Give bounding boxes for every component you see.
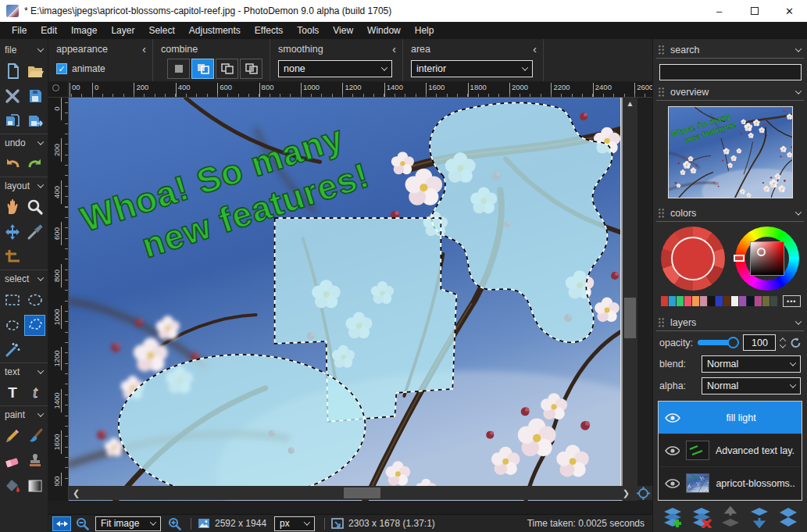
opacity-slider-thumb[interactable]	[727, 337, 739, 348]
color-swatch[interactable]	[716, 296, 723, 306]
area-dropdown[interactable]: interior	[411, 60, 533, 77]
eraser-tool[interactable]	[2, 451, 23, 472]
merge-layers-button[interactable]	[776, 505, 801, 529]
hue-wheel[interactable]	[735, 227, 799, 291]
combine-intersect-button[interactable]	[240, 59, 262, 79]
magic-wand-tool[interactable]	[2, 340, 23, 361]
color-swatch[interactable]	[669, 296, 676, 306]
color-swatch[interactable]	[747, 296, 754, 306]
menu-view[interactable]: View	[326, 22, 360, 39]
layer-row-apricot-blossoms[interactable]: apricot-blossoms...	[659, 467, 802, 500]
combine-replace-button[interactable]	[167, 59, 190, 79]
new-image-button[interactable]	[2, 61, 23, 82]
layout-group-header[interactable]: layout	[0, 177, 48, 195]
color-swatch[interactable]	[692, 296, 699, 306]
move-layer-down-button[interactable]	[747, 505, 772, 529]
pencil-tool[interactable]	[2, 426, 23, 447]
color-swatch[interactable]	[755, 296, 762, 306]
color-swatch[interactable]	[762, 296, 770, 306]
hand-tool[interactable]	[2, 197, 23, 218]
collapse-appearance-button[interactable]: ‹	[127, 44, 146, 55]
opacity-value-input[interactable]	[743, 334, 776, 351]
fill-tool[interactable]	[2, 476, 23, 497]
save-copy-button[interactable]	[2, 111, 23, 132]
color-history-wheel[interactable]	[661, 227, 725, 291]
menu-tools[interactable]: Tools	[290, 22, 326, 39]
menu-window[interactable]: Window	[360, 22, 408, 39]
drag-grip-icon[interactable]	[658, 87, 665, 97]
polygon-select-tool[interactable]	[24, 315, 45, 336]
overview-thumbnail[interactable]	[668, 106, 793, 198]
rect-select-tool[interactable]	[2, 290, 23, 311]
layers-panel-header[interactable]: layers	[656, 314, 804, 331]
menu-select[interactable]: Select	[141, 22, 181, 39]
color-swatch[interactable]	[661, 296, 668, 306]
menu-effects[interactable]: Effects	[248, 22, 290, 39]
blend-mode-dropdown[interactable]: Normal	[702, 355, 801, 373]
search-panel-header[interactable]: search	[656, 41, 804, 59]
gradient-tool[interactable]	[24, 476, 45, 497]
search-input[interactable]	[659, 64, 802, 80]
crop-tool[interactable]	[2, 247, 23, 268]
menu-adjustments[interactable]: Adjustments	[182, 22, 248, 39]
combine-subtract-button[interactable]	[216, 59, 238, 79]
vertical-scroll-thumb[interactable]	[624, 298, 636, 338]
drag-grip-icon[interactable]	[658, 208, 665, 218]
vertical-scrollbar[interactable]: ▲ ▼	[623, 98, 637, 501]
collapse-area-button[interactable]: ‹	[517, 44, 537, 55]
zoom-mode-dropdown[interactable]: Fit image	[95, 516, 161, 531]
drag-grip-icon[interactable]	[658, 45, 665, 55]
drag-grip-icon[interactable]	[658, 317, 665, 327]
reset-opacity-icon[interactable]	[790, 337, 801, 348]
hue-cursor[interactable]	[734, 255, 745, 262]
horizontal-scrollbar[interactable]: ❮ ❯	[48, 486, 652, 500]
ellipse-select-tool[interactable]	[24, 290, 45, 311]
delete-layer-button[interactable]	[689, 505, 714, 529]
add-layer-button[interactable]	[660, 505, 685, 529]
select-group-header[interactable]: select	[0, 270, 48, 287]
color-swatch[interactable]	[739, 296, 746, 306]
opacity-slider[interactable]	[698, 337, 738, 348]
maximize-button[interactable]	[737, 0, 772, 22]
layer-row-advanced-text[interactable]: Advanced text lay...	[659, 434, 802, 467]
layer-row-fill-light[interactable]: fill light	[659, 402, 802, 434]
animate-checkbox[interactable]: ✓	[56, 63, 67, 74]
alpha-mode-dropdown[interactable]: Normal	[702, 377, 801, 395]
menu-image[interactable]: Image	[64, 22, 104, 39]
clone-stamp-tool[interactable]	[24, 451, 45, 472]
close-image-button[interactable]	[2, 86, 23, 107]
collapse-smoothing-button[interactable]: ‹	[377, 44, 396, 55]
close-button[interactable]: ✕	[772, 0, 807, 22]
text-tool[interactable]: T	[2, 383, 23, 404]
color-swatch[interactable]	[700, 296, 707, 306]
layer-visibility-icon[interactable]	[665, 445, 680, 456]
color-swatch[interactable]	[677, 296, 684, 306]
zoom-tool[interactable]	[24, 197, 45, 218]
text-group-header[interactable]: text	[0, 362, 48, 380]
color-picker-tool[interactable]	[24, 222, 45, 243]
more-swatches-button[interactable]: •••	[783, 295, 802, 307]
horizontal-scroll-thumb[interactable]	[344, 487, 380, 498]
save-as-button[interactable]	[24, 111, 45, 132]
scroll-left-icon[interactable]: ❮	[69, 488, 84, 498]
color-swatch[interactable]	[770, 296, 777, 306]
color-swatch[interactable]	[731, 296, 738, 306]
layer-visibility-icon[interactable]	[665, 412, 680, 423]
redo-button[interactable]	[24, 154, 45, 175]
opacity-spinner[interactable]	[780, 337, 785, 348]
open-image-button[interactable]	[24, 61, 45, 82]
menu-layer[interactable]: Layer	[104, 22, 141, 39]
color-swatch[interactable]	[723, 296, 730, 306]
overview-panel-header[interactable]: overview	[656, 84, 804, 101]
unit-dropdown[interactable]: px	[274, 516, 315, 531]
scroll-right-icon[interactable]: ❯	[619, 488, 634, 498]
fit-canvas-button[interactable]	[52, 516, 71, 531]
saturation-value-square[interactable]	[750, 241, 784, 276]
center-canvas-icon[interactable]	[637, 487, 650, 500]
move-layer-up-button[interactable]	[718, 505, 743, 529]
menu-file[interactable]: File	[5, 22, 34, 39]
menu-help[interactable]: Help	[408, 22, 441, 39]
current-color-swatch[interactable]	[671, 237, 715, 280]
save-button[interactable]	[24, 86, 45, 107]
colors-panel-header[interactable]: colors	[656, 205, 804, 222]
